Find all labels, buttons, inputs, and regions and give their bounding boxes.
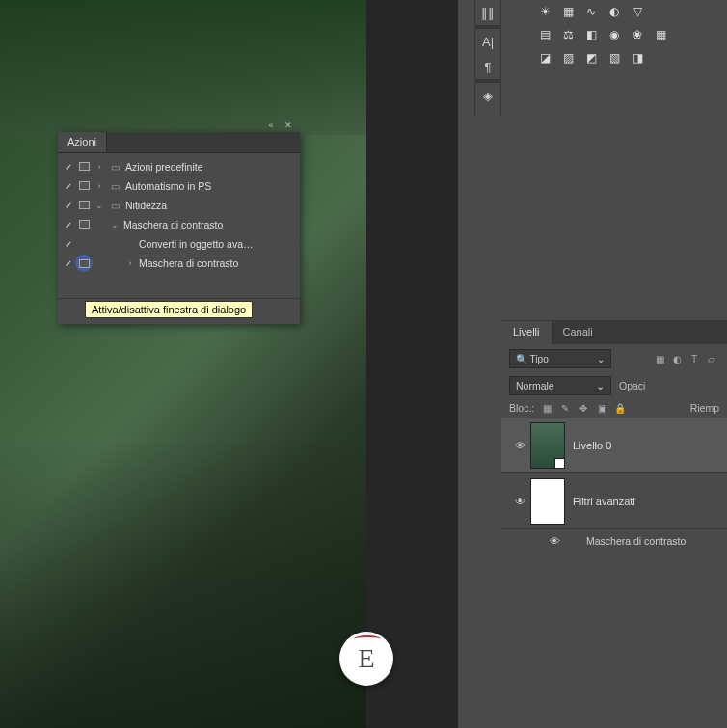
workspace-background [366, 0, 458, 728]
canvas-photo[interactable] [0, 0, 366, 728]
blend-mode-value: Normale [516, 380, 554, 391]
logo-letter: E [358, 643, 374, 674]
dialog-toggle[interactable] [75, 161, 93, 173]
opacity-label: Opaci [619, 380, 645, 391]
watermark-logo: E [339, 632, 393, 686]
gradient-map-icon[interactable]: ▧ [605, 50, 624, 66]
tooltip: Attiva/disattiva finestra di dialogo [85, 301, 253, 318]
collapse-arrow-icon[interactable]: ⌄ [93, 201, 106, 210]
smart-object-badge [554, 458, 565, 469]
action-label: Converti in oggetto ava… [137, 238, 296, 250]
channels-tab[interactable]: Canali [552, 321, 605, 344]
lock-all-icon[interactable]: 🔒 [613, 401, 627, 415]
color-lookup-icon[interactable]: ▦ [651, 27, 670, 42]
layers-tab[interactable]: Livelli [501, 321, 552, 344]
action-row[interactable]: ✓ ⌄ ▭ Nitidezza [58, 196, 300, 215]
layer-filter-select[interactable]: 🔍 Tipo ⌄ [509, 349, 611, 368]
balance-icon[interactable]: ⚖ [558, 27, 578, 42]
posterize-icon[interactable]: ▨ [558, 50, 578, 66]
lock-transparency-icon[interactable]: ▦ [540, 401, 553, 415]
action-label: Azioni predefinite [123, 161, 296, 173]
action-row[interactable]: ✓ › ▭ Azioni predefinite [58, 157, 300, 176]
folder-icon: ▭ [106, 162, 123, 173]
lock-pixels-icon[interactable]: ✎ [558, 401, 572, 415]
adjustments-icons: ☀ ▦ ∿ ◐ ▽ ▤ ⚖ ◧ ◉ ❀ ▦ ◪ ▨ ◩ ▧ ◨ [535, 0, 670, 69]
smart-filter-entry[interactable]: 👁 Maschera di contrasto [501, 529, 727, 553]
chevron-down-icon: ⌄ [597, 354, 605, 364]
expand-arrow-icon[interactable]: › [93, 181, 106, 191]
action-label: Maschera di contrasto [121, 219, 296, 230]
lock-label: Bloc.: [509, 402, 534, 414]
filter-name: Maschera di contrasto [586, 535, 686, 547]
brightness-icon[interactable]: ☀ [535, 4, 554, 19]
folder-icon: ▭ [106, 181, 123, 192]
layer-name[interactable]: Livello 0 [573, 440, 611, 451]
check-icon[interactable]: ✓ [62, 201, 75, 211]
check-icon[interactable]: ✓ [62, 239, 75, 250]
paragraph-panel-icon[interactable]: ¶ [474, 54, 501, 79]
action-row[interactable]: ✓ › ▭ Automatismo in PS [58, 176, 300, 196]
check-icon[interactable]: ✓ [62, 258, 75, 269]
action-label: Nitidezza [123, 200, 296, 211]
action-label: Maschera di contrasto [137, 257, 296, 269]
filter-adjust-icon[interactable]: ◐ [669, 351, 685, 366]
lock-position-icon[interactable]: ✥ [577, 401, 590, 415]
levels-icon[interactable]: ▦ [558, 4, 578, 19]
filter-label: Tipo [530, 354, 549, 364]
chevron-down-icon: ⌄ [596, 380, 605, 391]
dialog-toggle[interactable] [75, 219, 93, 230]
layer-thumbnail[interactable] [530, 422, 565, 469]
filter-mask-thumbnail[interactable] [530, 478, 565, 525]
action-row[interactable]: ✓ ⌄ Maschera di contrasto [58, 215, 300, 234]
dialog-toggle[interactable] [75, 180, 93, 192]
actions-tab[interactable]: Azioni [58, 132, 107, 152]
dialog-toggle-highlighted[interactable] [75, 255, 93, 272]
line-height-icon[interactable]: ‖‖ [474, 0, 501, 25]
character-panel-icon[interactable]: A| [474, 29, 501, 54]
curves-icon[interactable]: ∿ [581, 4, 601, 19]
threshold-icon[interactable]: ◩ [581, 50, 601, 66]
layer-item[interactable]: 👁 Livello 0 [501, 418, 727, 473]
channel-mixer-icon[interactable]: ❀ [628, 27, 647, 42]
selective-color-icon[interactable]: ◨ [628, 50, 647, 66]
expand-arrow-icon[interactable]: › [123, 258, 137, 268]
layers-panel: Livelli Canali 🔍 Tipo ⌄ ▦ ◐ T ▱ Normale … [501, 320, 727, 553]
visibility-eye-icon[interactable]: 👁 [509, 440, 530, 451]
expand-arrow-icon[interactable]: › [93, 162, 106, 172]
hue-icon[interactable]: ▤ [535, 27, 554, 42]
dialog-toggle[interactable] [75, 200, 93, 211]
collapse-panel-icon[interactable]: « [265, 121, 277, 130]
check-icon[interactable]: ✓ [62, 162, 75, 173]
visibility-eye-icon[interactable]: 👁 [509, 496, 530, 507]
collapse-arrow-icon[interactable]: ⌄ [108, 220, 121, 229]
smart-filters-item[interactable]: 👁 Filtri avanzati [501, 473, 727, 529]
vibrance-icon[interactable]: ▽ [628, 4, 647, 19]
smart-filters-label: Filtri avanzati [573, 496, 635, 507]
filter-pixel-icon[interactable]: ▦ [652, 351, 667, 366]
close-panel-icon[interactable]: ✕ [283, 121, 294, 130]
check-icon[interactable]: ✓ [62, 181, 75, 192]
filter-type-icon[interactable]: T [687, 351, 702, 366]
blend-mode-select[interactable]: Normale ⌄ [509, 376, 611, 395]
actions-list: ✓ › ▭ Azioni predefinite ✓ › ▭ Automatis… [58, 153, 300, 277]
3d-cube-icon[interactable]: ◈ [474, 83, 501, 108]
fill-label: Riemp [690, 402, 719, 414]
visibility-eye-icon[interactable]: 👁 [544, 535, 565, 547]
vertical-toolbar: ‖‖ A| ¶ ◈ [474, 0, 501, 116]
actions-panel: « ✕ Azioni ✓ › ▭ Azioni predefinite ✓ › … [58, 132, 300, 324]
action-label: Automatismo in PS [123, 180, 296, 192]
lock-artboard-icon[interactable]: ▣ [595, 401, 608, 415]
filter-shape-icon[interactable]: ▱ [704, 351, 719, 366]
photofilter-icon[interactable]: ◉ [605, 27, 624, 42]
action-row[interactable]: ✓ › Maschera di contrasto [58, 254, 300, 273]
exposure-icon[interactable]: ◐ [605, 4, 624, 19]
invert-icon[interactable]: ◪ [535, 50, 554, 66]
bw-icon[interactable]: ◧ [581, 27, 601, 42]
check-icon[interactable]: ✓ [62, 220, 75, 230]
action-row[interactable]: ✓ Converti in oggetto ava… [58, 234, 300, 254]
folder-icon: ▭ [106, 201, 123, 211]
